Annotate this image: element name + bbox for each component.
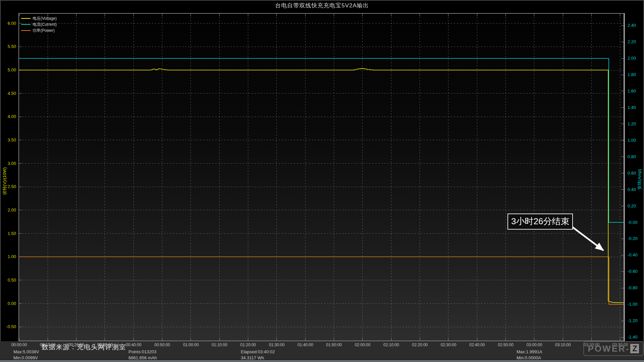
- right-axis-tick: -0.40: [628, 252, 644, 258]
- left-axis-tick: 0.50: [1, 278, 16, 283]
- right-axis-title: 安培(Amp): [637, 153, 642, 206]
- right-axis-tick: 1.40: [628, 105, 644, 110]
- x-tick-label: 01:00:00: [177, 343, 205, 347]
- right-axis-tick: -0.80: [628, 285, 644, 291]
- status-elapsed: Elapsed:03:40:02: [241, 349, 275, 355]
- right-axis-tick: 1.80: [628, 72, 644, 77]
- left-axis-tick: 4.00: [1, 114, 16, 119]
- left-axis-tick: 2.00: [1, 207, 16, 213]
- legend-item: 功率(Power): [21, 27, 57, 34]
- legend-line-swatch-icon: [21, 18, 31, 19]
- left-axis-title: 伏特(V)/(10W): [2, 154, 7, 208]
- legend-item: 电流(Current): [21, 21, 57, 27]
- x-tick-label: 01:30:00: [263, 343, 291, 347]
- left-axis-tick: 6.00: [1, 21, 16, 26]
- status-voltage-min: Min:0.0099V: [13, 355, 38, 361]
- right-axis-tick: 1.20: [628, 121, 644, 127]
- status-capacity: 6861.856 mAh: [128, 355, 157, 361]
- powerz-window: 台电自带双线快充充电宝5V2A输出 电压(Voltage)电流(Current)…: [0, 0, 644, 362]
- right-axis-tick: 1.00: [628, 138, 644, 143]
- status-current-max: Max:1.9991A: [517, 349, 542, 355]
- x-tick-label: 01:50:00: [320, 343, 348, 347]
- left-axis-tick: 5.50: [1, 44, 16, 49]
- x-tick-label: 03:10:00: [549, 343, 577, 347]
- right-axis-tick: -1.00: [628, 302, 644, 307]
- x-tick-label: 01:10:00: [205, 343, 233, 347]
- right-axis-tick: 2.40: [628, 23, 644, 28]
- annotation-end-time: 3小时26分结束: [507, 214, 573, 230]
- right-axis-tick: -0.60: [628, 269, 644, 274]
- x-tick-label: 00:00:00: [5, 343, 33, 347]
- x-tick-label: 02:10:00: [377, 343, 405, 347]
- x-tick-label: 01:40:00: [291, 343, 319, 347]
- plot-area[interactable]: 电压(Voltage)电流(Current)功率(Power) 3小时26分结束…: [18, 13, 625, 341]
- legend-line-swatch-icon: [21, 24, 31, 25]
- status-points: Points:013203: [128, 349, 156, 355]
- chart-title: 台电自带双线快充充电宝5V2A输出: [0, 2, 644, 9]
- right-axis-tick: 2.20: [628, 39, 644, 45]
- x-tick-label: 02:00:00: [348, 343, 377, 347]
- right-axis-tick: -1.20: [628, 318, 644, 323]
- powerz-watermark: POWER-Z: [583, 341, 644, 356]
- legend-label: 电流(Current): [33, 22, 57, 27]
- right-axis-tick: -1.40: [628, 335, 644, 340]
- bottom-separator-line: [0, 361, 644, 361]
- x-tick-label: 01:20:00: [234, 343, 262, 347]
- right-axis-tick: 1.60: [628, 88, 644, 94]
- left-axis-tick: 1.50: [1, 231, 16, 236]
- x-tick-label: 00:50:00: [148, 343, 176, 347]
- left-axis-tick: 5.00: [1, 67, 16, 73]
- status-current-min: Min:0.0000A: [517, 355, 541, 361]
- right-axis-tick: -0.00: [628, 220, 644, 225]
- x-tick-label: 02:50:00: [492, 343, 520, 347]
- source-note: 数据来源：充电头网评测室: [42, 343, 126, 352]
- x-tick-label: 02:40:00: [463, 343, 491, 347]
- left-axis-tick: 1.00: [1, 254, 16, 259]
- left-axis-tick: -0.50: [1, 324, 16, 329]
- legend-item: 电压(Voltage): [21, 15, 57, 21]
- powerz-logo-z-icon: Z: [630, 344, 639, 353]
- right-axis-tick: -0.20: [628, 236, 644, 241]
- powerz-logo-text: POWER-: [588, 344, 630, 354]
- legend-label: 电压(Voltage): [33, 16, 57, 21]
- x-tick-label: 02:20:00: [406, 343, 434, 347]
- x-tick-label: 03:00:00: [520, 343, 548, 347]
- status-energy: 34.3117 Wh: [241, 355, 264, 361]
- x-tick-label: 02:30:00: [434, 343, 463, 347]
- left-axis-tick: 0.00: [1, 301, 16, 306]
- status-voltage-max: Max:5.0038V: [13, 349, 39, 355]
- legend-label: 功率(Power): [33, 28, 55, 34]
- right-axis-tick: 2.00: [628, 56, 644, 61]
- chart-canvas[interactable]: [19, 14, 624, 341]
- left-axis-tick: 3.50: [1, 137, 16, 143]
- legend: 电压(Voltage)电流(Current)功率(Power): [21, 15, 57, 34]
- left-axis-tick: 4.50: [1, 91, 16, 96]
- legend-line-swatch-icon: [21, 30, 31, 31]
